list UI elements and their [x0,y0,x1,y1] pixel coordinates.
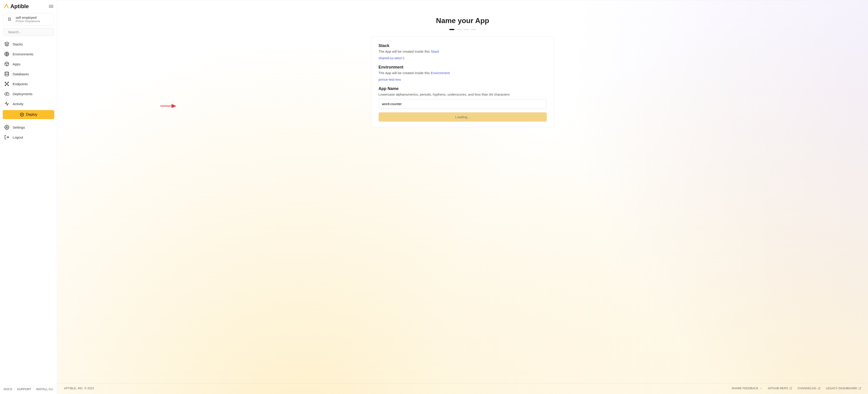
brand-logo[interactable]: Aptible [4,3,29,9]
svg-marker-2 [5,42,9,44]
svg-point-4 [5,72,9,73]
logo-row: Aptible [2,3,55,12]
appname-head: App Name [379,86,547,91]
share-feedback-link[interactable]: SHARE FEEDBACK [732,387,762,390]
sidebar-item-activity[interactable]: Activity [2,99,55,109]
nav-list-bottom: Settings Logout [2,122,55,142]
stepper [450,29,476,30]
search-box[interactable] [3,28,54,36]
main: Name your App Stack The App will be crea… [57,0,868,394]
sidebar-item-stacks[interactable]: Stacks [2,39,55,49]
env-head: Environment [379,65,547,70]
footer: APTIBLE, INC. © 2023 SHARE FEEDBACK GITH… [57,383,868,394]
sidebar-item-label: Activity [13,102,24,106]
stack-desc: The App will be created inside this Stac… [379,50,547,53]
sidebar-item-label: Settings [13,125,25,129]
step-4 [471,29,476,30]
svg-line-15 [819,387,820,389]
sidebar-item-apps[interactable]: Apps [2,59,55,69]
external-link-icon [859,387,861,390]
link-support[interactable]: SUPPORT [17,388,31,391]
step-2 [457,29,462,30]
org-switcher[interactable]: self employed Prince Onyeanuna [3,13,54,25]
org-sub: Prince Onyeanuna [16,20,40,23]
svg-line-16 [860,387,861,389]
github-repo-link[interactable]: GITHUB REPO [768,387,792,390]
chevron-down-icon [760,387,763,390]
appname-desc: Lowercase alphanumerics, periods, hyphen… [379,92,547,96]
deploy-button-label: Deploy [26,113,37,117]
link-install-cli[interactable]: INSTALL CLI [36,388,53,391]
env-value-link[interactable]: prince-test-env [379,78,401,81]
sidebar-item-label: Environments [13,52,33,56]
logout-icon [4,134,9,140]
copyright: APTIBLE, INC. © 2023 [64,387,94,390]
svg-point-11 [6,127,7,128]
sidebar-item-label: Deployments [13,92,33,96]
external-link-icon [818,387,820,390]
stack-head: Stack [379,43,547,48]
building-icon [6,16,13,23]
sidebar-bottom-links: DOCS SUPPORT INSTALL CLI [0,385,57,394]
svg-line-14 [790,387,792,389]
sidebar-item-environments[interactable]: Environments [2,49,55,59]
submit-button[interactable]: Loading... [379,112,547,122]
env-desc: The App will be created inside this Envi… [379,71,547,75]
external-link-icon [789,387,792,390]
main-content: Name your App Stack The App will be crea… [57,0,868,383]
globe-icon [4,51,9,57]
svg-point-9 [8,85,9,86]
svg-point-8 [5,85,6,86]
hamburger-icon[interactable] [49,5,53,8]
database-icon [4,71,9,77]
sidebar-item-label: Apps [13,62,20,66]
svg-rect-0 [8,18,10,21]
svg-point-6 [5,82,6,83]
step-1 [450,29,454,30]
activity-icon [4,101,9,107]
sidebar-item-label: Databases [13,72,29,76]
org-title: self employed [16,16,40,20]
env-link[interactable]: Environment [431,71,450,75]
sidebar-scroll[interactable]: Aptible self employed Prince Onyeanuna [0,0,57,385]
appname-input[interactable] [379,99,547,109]
sidebar-item-settings[interactable]: Settings [2,122,55,132]
step-3 [464,29,469,30]
changelog-link[interactable]: CHANGELOG [798,387,820,390]
sidebar-item-endpoints[interactable]: Endpoints [2,79,55,89]
sidebar-item-label: Endpoints [13,82,28,86]
sidebar-item-label: Stacks [13,42,23,46]
form-card: Stack The App will be created inside thi… [371,36,554,127]
aptible-logo-icon [4,4,9,9]
stack-value-link[interactable]: shared-us-west-1 [379,56,405,60]
stack-link[interactable]: Stack [431,50,439,53]
legacy-dashboard-link[interactable]: LEGACY DASHBOARD [826,387,861,390]
layers-icon [4,41,9,47]
link-docs[interactable]: DOCS [4,388,12,391]
gear-icon [4,125,9,130]
sidebar-item-databases[interactable]: Databases [2,69,55,79]
arrow-annotation [160,103,178,109]
sidebar-item-deployments[interactable]: Deployments [2,89,55,99]
nav-list: Stacks Environments Apps Databases [2,39,55,109]
sidebar-item-logout[interactable]: Logout [2,132,55,142]
search-input[interactable] [8,30,51,34]
deploy-button[interactable]: Deploy [3,110,54,119]
cube-icon [4,61,9,67]
cloud-upload-icon [4,91,9,96]
page-title: Name your App [436,17,489,25]
svg-point-7 [8,82,9,83]
plus-circle-icon [20,112,24,117]
sidebar-item-label: Logout [13,135,23,139]
brand-name: Aptible [10,3,29,9]
sidebar: Aptible self employed Prince Onyeanuna [0,0,57,394]
endpoints-icon [4,81,9,87]
footer-links: SHARE FEEDBACK GITHUB REPO CHANGELOG LEG… [732,387,861,390]
